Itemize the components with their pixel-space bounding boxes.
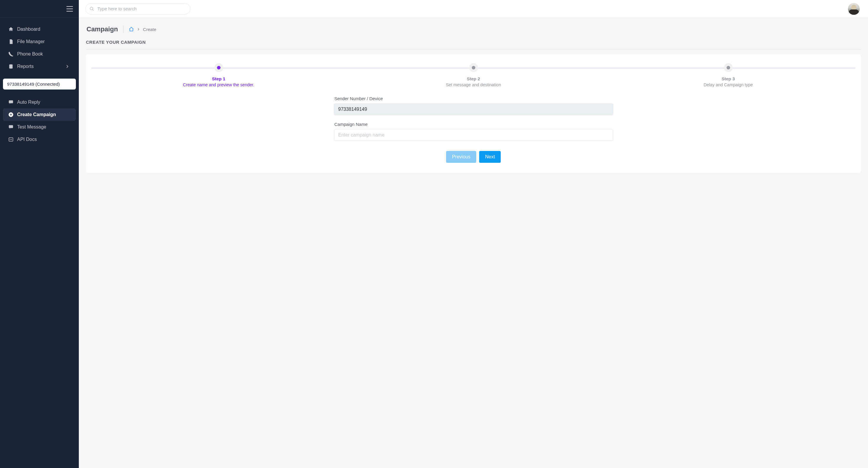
campaign-card: Step 1 Create name and preview the sende… xyxy=(86,54,861,173)
step-2[interactable]: Step 2 Set message and destination xyxy=(346,63,601,87)
device-status-label: 97338149149 (Connected) xyxy=(7,82,60,87)
step-1[interactable]: Step 1 Create name and preview the sende… xyxy=(91,63,346,87)
step-desc: Delay and Campaign type xyxy=(601,82,856,87)
sidebar-item-dashboard[interactable]: Dashboard xyxy=(0,23,79,35)
page: Campaign Create CREATE YOUR CAMPAIGN Ste… xyxy=(79,18,868,468)
nav-primary: Dashboard File Manager Phone Book Report… xyxy=(0,18,79,75)
svg-point-5 xyxy=(90,7,93,10)
sidebar-item-label: Create Campaign xyxy=(17,112,56,117)
step-dot xyxy=(724,63,733,72)
next-button[interactable]: Next xyxy=(479,151,501,163)
step-title: Step 1 xyxy=(91,76,346,81)
sidebar-item-label: API Docs xyxy=(17,137,37,142)
sidebar: Dashboard File Manager Phone Book Report… xyxy=(0,0,79,468)
step-3[interactable]: Step 3 Delay and Campaign type xyxy=(601,63,856,87)
chevron-right-icon xyxy=(65,64,70,69)
sender-number-label: Sender Number / Device xyxy=(335,96,613,101)
sidebar-item-test-message[interactable]: Test Message xyxy=(0,121,79,133)
form-buttons: Previous Next xyxy=(334,151,613,163)
search-box xyxy=(85,3,190,14)
step-title: Step 2 xyxy=(346,76,601,81)
svg-rect-4 xyxy=(9,138,13,141)
menu-toggle-icon[interactable] xyxy=(66,6,73,11)
divider xyxy=(123,25,123,33)
file-icon xyxy=(8,39,13,44)
topbar xyxy=(79,0,868,18)
svg-rect-0 xyxy=(9,64,13,68)
step-desc: Create name and preview the sender. xyxy=(91,82,346,87)
avatar[interactable] xyxy=(848,3,860,15)
stepper: Step 1 Create name and preview the sende… xyxy=(91,63,856,87)
sidebar-item-create-campaign[interactable]: Create Campaign xyxy=(3,109,76,121)
report-icon xyxy=(8,64,13,69)
home-icon xyxy=(8,27,13,32)
sidebar-item-label: Reports xyxy=(17,64,34,69)
sidebar-item-phone-book[interactable]: Phone Book xyxy=(0,48,79,60)
sender-number-input[interactable] xyxy=(334,104,613,115)
sidebar-item-label: Auto Reply xyxy=(17,99,40,105)
chat-icon xyxy=(8,99,13,105)
sidebar-item-reports[interactable]: Reports xyxy=(0,60,79,73)
main-column: Campaign Create CREATE YOUR CAMPAIGN Ste… xyxy=(79,0,868,468)
plus-circle-icon xyxy=(8,112,13,117)
search-icon xyxy=(89,6,94,11)
code-icon xyxy=(8,137,13,142)
campaign-name-input[interactable] xyxy=(334,129,613,141)
chevron-right-icon xyxy=(136,27,141,31)
sidebar-item-label: Test Message xyxy=(17,124,46,130)
step-dot xyxy=(214,63,223,72)
svg-rect-1 xyxy=(9,100,13,103)
sidebar-header xyxy=(0,0,79,18)
sidebar-item-api-docs[interactable]: API Docs xyxy=(0,133,79,146)
step-title: Step 3 xyxy=(601,76,856,81)
sidebar-item-auto-reply[interactable]: Auto Reply xyxy=(0,96,79,109)
sidebar-item-label: Dashboard xyxy=(17,27,40,32)
device-status-chip[interactable]: 97338149149 (Connected) xyxy=(3,79,76,90)
sidebar-item-label: Phone Book xyxy=(17,51,43,57)
phone-icon xyxy=(8,51,13,57)
breadcrumb-current: Create xyxy=(143,27,156,32)
sidebar-item-label: File Manager xyxy=(17,39,44,44)
previous-button[interactable]: Previous xyxy=(446,151,476,163)
search-input[interactable] xyxy=(85,3,190,14)
chat-icon xyxy=(8,124,13,130)
home-icon[interactable] xyxy=(129,27,134,32)
step-dot xyxy=(469,63,478,72)
svg-line-6 xyxy=(92,9,94,11)
campaign-form: Sender Number / Device Campaign Name Pre… xyxy=(334,96,613,163)
breadcrumb: Create xyxy=(129,27,156,32)
svg-rect-3 xyxy=(9,125,13,128)
section-title: CREATE YOUR CAMPAIGN xyxy=(86,39,861,45)
sidebar-item-file-manager[interactable]: File Manager xyxy=(0,35,79,48)
campaign-name-label: Campaign Name xyxy=(335,122,613,127)
breadcrumb-row: Campaign Create xyxy=(86,25,861,33)
step-desc: Set message and destination xyxy=(346,82,601,87)
page-title: Campaign xyxy=(87,25,118,33)
divider xyxy=(86,49,861,50)
nav-secondary: Auto Reply Create Campaign Test Message … xyxy=(0,95,79,147)
